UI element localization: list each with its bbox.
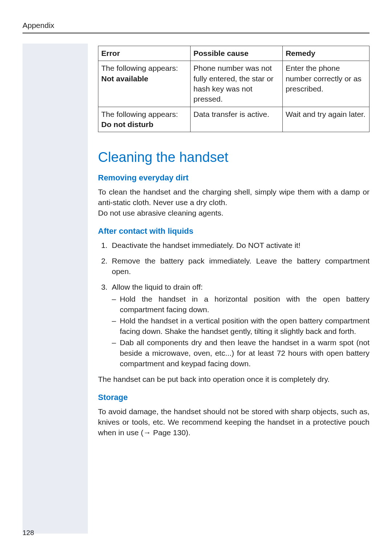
- error-prefix: The following appears:: [101, 110, 178, 118]
- page-number: 128: [23, 529, 34, 537]
- th-remedy: Remedy: [282, 46, 369, 61]
- dash-bullet: –: [112, 294, 120, 315]
- step-text: Deactivate the handset immediately. Do N…: [112, 241, 301, 249]
- list-item: –Hold the handset in a vertical position…: [112, 316, 369, 337]
- dash-text: Hold the handset in a vertical position …: [120, 316, 369, 337]
- step-text: Allow the liquid to drain off:: [112, 283, 203, 291]
- th-error: Error: [98, 46, 191, 61]
- dash-bullet: –: [112, 338, 120, 369]
- page-ref: Page 130: [151, 428, 186, 437]
- table-row: The following appears: Not available Pho…: [98, 61, 369, 107]
- error-message: Do not disturb: [101, 120, 153, 128]
- list-item: Remove the battery pack immediately. Lea…: [110, 256, 369, 277]
- running-header: Appendix: [23, 21, 369, 30]
- storage-text-pre: To avoid damage, the handset should not …: [98, 407, 369, 437]
- content-columns: Error Possible cause Remedy The followin…: [23, 44, 369, 534]
- dash-text: Dab all components dry and then leave th…: [120, 338, 369, 369]
- para-storage: To avoid damage, the handset should not …: [98, 407, 369, 438]
- step-text: Remove the battery pack immediately. Lea…: [112, 257, 369, 276]
- subheading-removing-dirt: Removing everyday dirt: [98, 173, 369, 183]
- subheading-after-liquids: After contact with liquids: [98, 227, 369, 236]
- cell-error: The following appears: Do not disturb: [98, 107, 191, 132]
- header-rule: [23, 33, 369, 33]
- cell-remedy: Enter the phone number correctly or as p…: [282, 61, 369, 107]
- subheading-storage: Storage: [98, 393, 369, 402]
- para-removing-dirt: To clean the handset and the charging sh…: [98, 187, 369, 219]
- error-message: Not available: [101, 74, 148, 83]
- steps-list: Deactivate the handset immediately. Do N…: [98, 240, 369, 369]
- arrow-right-icon: →: [143, 428, 151, 437]
- list-item: Deactivate the handset immediately. Do N…: [110, 240, 369, 251]
- list-item: –Dab all components dry and then leave t…: [112, 338, 369, 369]
- para-closing: The handset can be put back into operati…: [98, 374, 369, 385]
- cell-cause: Data transfer is active.: [190, 107, 282, 132]
- dash-list: –Hold the handset in a horizontal positi…: [112, 294, 369, 369]
- cell-error: The following appears: Not available: [98, 61, 191, 107]
- th-cause: Possible cause: [190, 46, 282, 61]
- list-item: –Hold the handset in a horizontal positi…: [112, 294, 369, 315]
- cell-remedy: Wait and try again later.: [282, 107, 369, 132]
- document-page: Appendix Error Possible cause Remedy The…: [0, 0, 392, 555]
- section-title: Cleaning the handset: [98, 150, 369, 165]
- error-prefix: The following appears:: [101, 64, 178, 72]
- table-row: The following appears: Do not disturb Da…: [98, 107, 369, 132]
- list-item: Allow the liquid to drain off: –Hold the…: [110, 282, 369, 369]
- dash-text: Hold the handset in a horizontal positio…: [120, 294, 369, 315]
- cell-cause: Phone number was not fully entered, the …: [190, 61, 282, 107]
- troubleshooting-table: Error Possible cause Remedy The followin…: [98, 46, 369, 132]
- main-column: Error Possible cause Remedy The followin…: [88, 44, 369, 534]
- storage-text-post: ).: [186, 428, 191, 437]
- dash-bullet: –: [112, 316, 120, 337]
- sidebar-block: [23, 44, 88, 534]
